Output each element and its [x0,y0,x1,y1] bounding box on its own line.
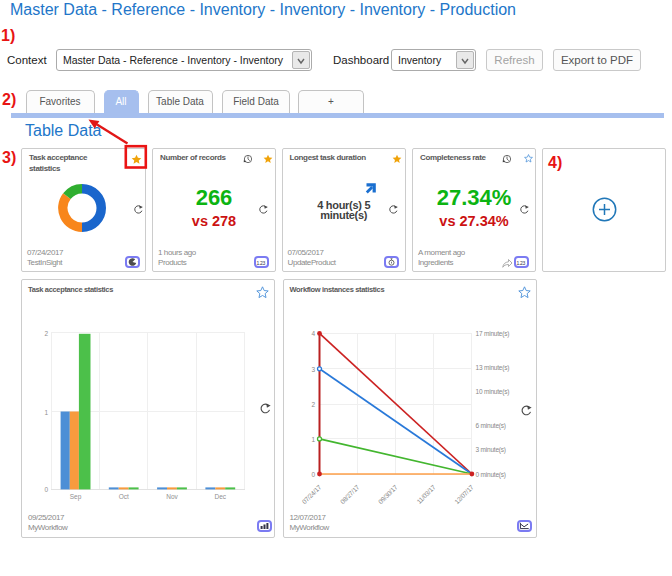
svg-text:0: 0 [44,486,48,493]
svg-text:12/07/17: 12/07/17 [453,483,475,505]
svg-text:08/27/17: 08/27/17 [338,483,360,505]
svg-text:2: 2 [311,401,315,408]
svg-text:09/30/17: 09/30/17 [376,483,398,505]
svg-text:4: 4 [311,330,315,337]
svg-text:0: 0 [311,471,315,478]
svg-text:10 minute(s): 10 minute(s) [475,388,509,396]
svg-text:Oct: Oct [119,493,129,500]
svg-text:17 minute(s): 17 minute(s) [475,330,509,338]
svg-text:13 minute(s): 13 minute(s) [475,364,509,372]
svg-text:3: 3 [311,366,315,373]
svg-text:0 minute(s): 0 minute(s) [475,471,505,479]
svg-text:2: 2 [44,330,48,337]
svg-text:07/24/17: 07/24/17 [300,483,322,505]
svg-text:6 minute(s): 6 minute(s) [475,422,505,430]
svg-text:1: 1 [44,409,48,416]
svg-text:Nov: Nov [166,493,178,500]
svg-text:Sep: Sep [70,493,82,501]
svg-text:3 minute(s): 3 minute(s) [475,446,505,454]
svg-text:11/03/17: 11/03/17 [415,483,437,505]
svg-text:Dec: Dec [215,493,227,500]
svg-text:1: 1 [311,436,315,443]
